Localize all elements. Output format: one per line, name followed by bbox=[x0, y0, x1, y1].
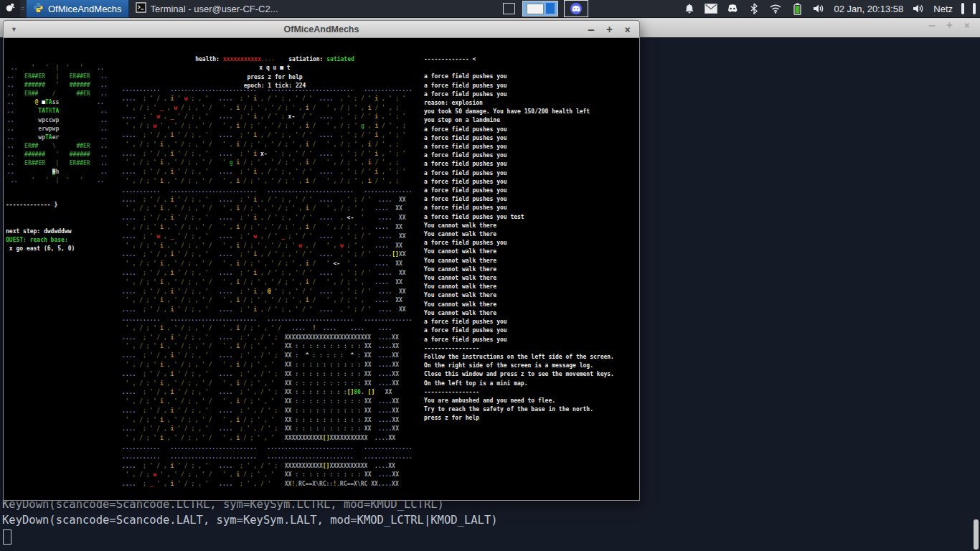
panel-handle bbox=[20, 0, 26, 17]
terminal-cursor bbox=[3, 529, 11, 545]
taskbar-button-label: Terminal - user@user-CF-C2... bbox=[151, 4, 278, 14]
audio-volume-icon[interactable] bbox=[812, 2, 825, 15]
taskbar-button-terminal[interactable]: Terminal - user@user-CF-C2... bbox=[129, 0, 285, 17]
window-close-button[interactable]: × bbox=[625, 24, 631, 35]
python-icon bbox=[33, 2, 44, 15]
taskbar-button-ofmiceandmechs[interactable]: OfMiceAndMechs bbox=[26, 0, 129, 18]
workspace-strip bbox=[546, 3, 555, 14]
notifications-bell-icon[interactable] bbox=[683, 2, 696, 15]
game-screen: health: xxxxxxxxxxx.... satiation: satia… bbox=[3, 38, 640, 501]
mail-icon[interactable] bbox=[705, 2, 717, 15]
window-maximize-button[interactable]: + bbox=[606, 24, 612, 35]
clock[interactable]: 02 Jan, 20:13:58 bbox=[834, 4, 903, 14]
wifi-icon[interactable] bbox=[769, 2, 782, 15]
game-window-title: OfMiceAndMechs bbox=[4, 24, 639, 34]
terminal-scrollbar-thumb[interactable] bbox=[974, 519, 979, 550]
mini-map: .. ' ' | ' ' .... ER##ER | ER##ER .... #… bbox=[7, 64, 108, 185]
applications-menu-button[interactable] bbox=[0, 0, 20, 17]
workspace-1[interactable] bbox=[522, 1, 558, 17]
terminal-close-button[interactable]: × bbox=[964, 19, 970, 31]
message-log: ------------- < a force field pushes you… bbox=[424, 55, 614, 423]
panel-edge-bar-2 bbox=[973, 3, 976, 14]
world-map: ........... ......................... ..… bbox=[122, 85, 413, 489]
workspace-window-thumb bbox=[527, 4, 544, 14]
discord-window-button[interactable] bbox=[564, 0, 588, 17]
bluetooth-icon[interactable] bbox=[748, 2, 760, 15]
terminal-output: KeyDown(scancode=Scancode.LCTRL, sym=Key… bbox=[2, 496, 498, 528]
network-plugin-label: Netz bbox=[933, 4, 953, 14]
discord-icon bbox=[570, 2, 583, 15]
workspace-2[interactable] bbox=[503, 3, 515, 14]
discord-tray-icon[interactable] bbox=[726, 2, 739, 15]
xubuntu-mouse-icon bbox=[4, 1, 16, 16]
taskbar: OfMiceAndMechs Terminal - user@user-CF-C… bbox=[0, 0, 980, 18]
terminal-maximize-button[interactable]: + bbox=[946, 19, 952, 31]
terminal-minimize-button[interactable]: – bbox=[929, 19, 935, 31]
window-minimize-button[interactable]: – bbox=[588, 24, 594, 35]
game-window: ▼ OfMiceAndMechs – + × health: xxxxxxxxx… bbox=[3, 20, 640, 501]
terminal-icon bbox=[136, 2, 146, 15]
taskbar-button-label: OfMiceAndMechs bbox=[48, 4, 122, 14]
quest-panel: ------------- } next step: dwdwddwwQUEST… bbox=[6, 201, 75, 254]
game-window-titlebar[interactable]: ▼ OfMiceAndMechs – + × bbox=[3, 20, 640, 38]
system-tray: 02 Jan, 20:13:58 Netz bbox=[683, 2, 980, 15]
panel-edge-bar bbox=[961, 3, 964, 14]
window-menu-icon[interactable]: ▼ bbox=[11, 26, 17, 33]
audio-volume-icon-2[interactable] bbox=[912, 2, 925, 15]
battery-icon[interactable] bbox=[791, 2, 804, 15]
